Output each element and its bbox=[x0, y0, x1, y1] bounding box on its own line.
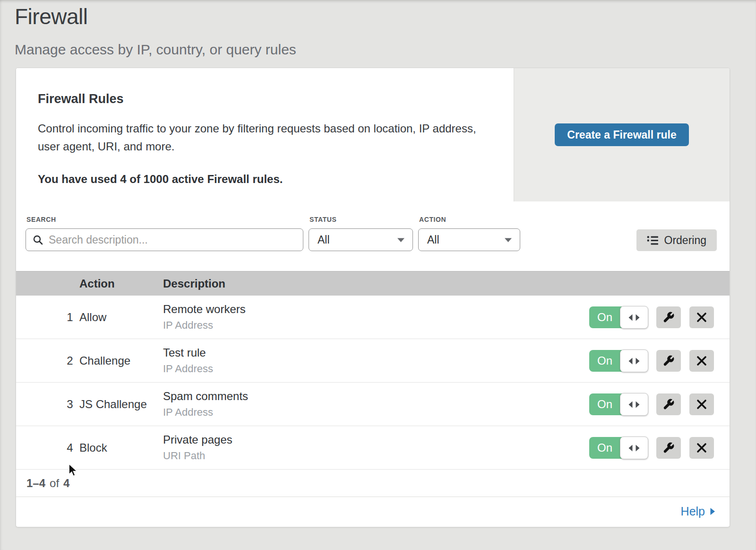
rule-action: Challenge bbox=[79, 339, 130, 382]
rule-enabled-toggle[interactable]: On bbox=[589, 306, 648, 328]
rule-description-title: Test rule bbox=[163, 346, 213, 359]
delete-rule-button[interactable] bbox=[689, 350, 714, 372]
edit-rule-button[interactable] bbox=[656, 350, 681, 372]
rule-priority: 3 bbox=[61, 383, 78, 426]
rule-controls: On bbox=[589, 306, 714, 328]
pagination-range: 1–4 bbox=[26, 477, 45, 490]
table-row: 1 Allow Remote workers IP Address On bbox=[16, 296, 730, 339]
page-title: Firewall bbox=[15, 4, 296, 29]
close-icon bbox=[696, 399, 707, 410]
status-select-value: All bbox=[318, 234, 330, 246]
close-icon bbox=[696, 356, 707, 366]
create-firewall-rule-button[interactable]: Create a Firewall rule bbox=[555, 123, 688, 146]
help-row: Help bbox=[16, 497, 730, 526]
edit-rule-button[interactable] bbox=[656, 393, 681, 415]
toggle-on-label: On bbox=[589, 306, 620, 328]
overview-description: Control incoming traffic to your zone by… bbox=[38, 120, 487, 156]
toggle-on-label: On bbox=[589, 393, 620, 415]
overview-heading: Firewall Rules bbox=[38, 92, 495, 106]
rule-description-title: Spam comments bbox=[163, 390, 248, 403]
rule-description: Remote workers IP Address bbox=[163, 296, 246, 339]
ordering-button-label: Ordering bbox=[664, 234, 706, 247]
wrench-icon bbox=[662, 311, 675, 323]
search-label: SEARCH bbox=[26, 216, 56, 223]
pagination-of: of bbox=[50, 477, 59, 490]
column-header-action: Action bbox=[79, 271, 115, 296]
rule-description-title: Remote workers bbox=[163, 303, 246, 316]
column-header-description: Description bbox=[163, 271, 225, 296]
rule-priority: 1 bbox=[61, 296, 78, 339]
pagination-footer: 1–4 of 4 bbox=[16, 470, 730, 497]
usage-note: You have used 4 of 1000 active Firewall … bbox=[38, 173, 495, 186]
rule-priority: 4 bbox=[61, 426, 78, 469]
close-icon bbox=[696, 443, 707, 453]
help-link[interactable]: Help bbox=[681, 505, 715, 518]
table-row: 3 JS Challenge Spam comments IP Address … bbox=[16, 383, 730, 426]
toggle-handle[interactable] bbox=[620, 349, 648, 372]
delete-rule-button[interactable] bbox=[689, 306, 714, 328]
chevron-down-icon bbox=[397, 237, 405, 243]
rule-match-type: IP Address bbox=[163, 363, 213, 375]
close-icon bbox=[696, 312, 707, 323]
firewall-page: Firewall Manage access by IP, country, o… bbox=[0, 0, 756, 550]
action-select-value: All bbox=[427, 234, 439, 246]
page-subtitle: Manage access by IP, country, or query r… bbox=[15, 42, 296, 58]
rule-controls: On bbox=[589, 350, 714, 372]
delete-rule-button[interactable] bbox=[689, 393, 714, 415]
table-header: Action Description bbox=[16, 271, 730, 296]
table-row: 2 Challenge Test rule IP Address On bbox=[16, 339, 730, 383]
page-header: Firewall Manage access by IP, country, o… bbox=[15, 4, 296, 58]
search-box[interactable] bbox=[26, 228, 303, 251]
search-icon bbox=[33, 235, 43, 245]
toggle-on-label: On bbox=[589, 350, 620, 372]
rule-description: Spam comments IP Address bbox=[163, 383, 248, 426]
ordering-button[interactable]: Ordering bbox=[636, 229, 717, 251]
rule-match-type: IP Address bbox=[163, 319, 246, 332]
status-label: STATUS bbox=[309, 216, 337, 223]
filters-bar: SEARCH STATUS ACTION All All bbox=[16, 201, 730, 271]
chevron-down-icon bbox=[504, 237, 512, 243]
action-label: ACTION bbox=[419, 216, 446, 223]
overview-action-panel: Create a Firewall rule bbox=[514, 68, 730, 201]
overview-text: Firewall Rules Control incoming traffic … bbox=[16, 68, 514, 201]
overview-section: Firewall Rules Control incoming traffic … bbox=[16, 68, 730, 201]
rule-description: Private pages URI Path bbox=[163, 426, 232, 469]
rule-priority: 2 bbox=[61, 339, 78, 382]
toggle-handle[interactable] bbox=[620, 437, 648, 459]
toggle-handle[interactable] bbox=[620, 393, 648, 416]
toggle-on-label: On bbox=[589, 437, 620, 459]
rule-enabled-toggle[interactable]: On bbox=[589, 393, 648, 415]
help-link-label: Help bbox=[681, 505, 705, 518]
rule-controls: On bbox=[589, 393, 714, 415]
ordered-list-icon bbox=[647, 236, 659, 245]
wrench-icon bbox=[662, 442, 675, 454]
rule-controls: On bbox=[589, 437, 714, 459]
wrench-icon bbox=[662, 355, 675, 367]
wrench-icon bbox=[662, 398, 675, 410]
chevron-right-icon bbox=[710, 507, 715, 515]
action-select[interactable]: All bbox=[418, 228, 520, 251]
rule-match-type: IP Address bbox=[163, 406, 248, 419]
delete-rule-button[interactable] bbox=[689, 437, 714, 459]
rule-action: JS Challenge bbox=[79, 383, 147, 426]
edit-rule-button[interactable] bbox=[656, 306, 681, 328]
search-input[interactable] bbox=[49, 234, 296, 246]
firewall-rules-card: Firewall Rules Control incoming traffic … bbox=[16, 68, 730, 527]
rule-enabled-toggle[interactable]: On bbox=[589, 350, 648, 372]
rule-description: Test rule IP Address bbox=[163, 339, 213, 382]
rule-description-title: Private pages bbox=[163, 433, 232, 446]
rule-match-type: URI Path bbox=[163, 450, 232, 462]
toggle-handle[interactable] bbox=[620, 306, 648, 329]
status-select[interactable]: All bbox=[309, 228, 413, 251]
table-row: 4 Block Private pages URI Path On bbox=[16, 426, 730, 470]
rule-action: Block bbox=[79, 426, 107, 469]
rule-action: Allow bbox=[79, 296, 106, 339]
rule-enabled-toggle[interactable]: On bbox=[589, 437, 648, 459]
pagination-total: 4 bbox=[63, 477, 69, 490]
edit-rule-button[interactable] bbox=[656, 437, 681, 459]
